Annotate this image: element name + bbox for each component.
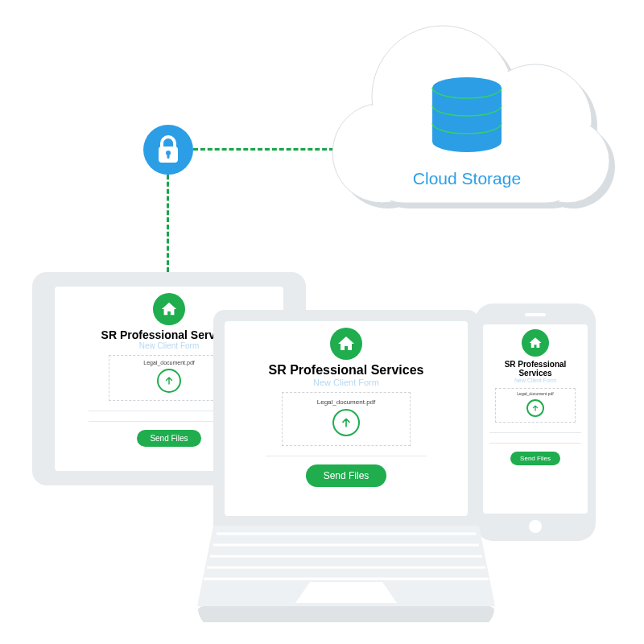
svg-point-17	[432, 131, 502, 152]
form-divider	[266, 456, 427, 456]
send-button[interactable]: Send Files	[137, 430, 200, 447]
upload-arrow-icon	[332, 409, 360, 436]
laptop-lid: SR Professional Services New Client Form…	[213, 310, 479, 527]
database-icon	[431, 76, 503, 153]
home-icon	[330, 328, 362, 360]
phone-screen: SR Professional Services New Client Form…	[483, 324, 588, 514]
svg-rect-22	[197, 606, 495, 622]
laptop-screen: SR Professional Services New Client Form…	[225, 321, 468, 516]
cloud-label: Cloud Storage	[306, 169, 628, 188]
svg-marker-28	[295, 582, 397, 603]
app-title: SR Professional Services	[269, 363, 424, 378]
send-button[interactable]: Send Files	[510, 452, 560, 465]
lock-badge	[143, 125, 193, 175]
form-divider	[489, 432, 581, 433]
home-icon	[522, 329, 549, 357]
app-subtitle: New Client Form	[514, 378, 556, 383]
home-icon	[153, 293, 185, 325]
upload-arrow-icon	[157, 369, 181, 393]
form-divider	[489, 443, 581, 444]
diagram-canvas: Cloud Storage SR Professional Services N…	[0, 0, 644, 644]
laptop-keyboard	[197, 526, 495, 625]
lock-icon	[156, 135, 180, 164]
phone-home-button[interactable]	[529, 520, 542, 533]
laptop-device: SR Professional Services New Client Form…	[197, 310, 495, 627]
connector-lock-to-devices	[167, 175, 169, 272]
cloud-storage: Cloud Storage	[306, 16, 628, 225]
app-subtitle: New Client Form	[139, 341, 199, 350]
send-button[interactable]: Send Files	[306, 464, 387, 487]
file-name: Legal_document.pdf	[143, 360, 194, 365]
file-name: Legal_document.pdf	[317, 398, 376, 406]
upload-arrow-icon	[526, 399, 544, 417]
app-subtitle: New Client Form	[313, 378, 379, 387]
svg-rect-20	[167, 153, 170, 159]
upload-dropzone[interactable]: Legal_document.pdf	[282, 392, 411, 446]
app-title: SR Professional Services	[489, 360, 581, 378]
phone-speaker	[525, 313, 546, 316]
file-name: Legal_document.pdf	[517, 391, 553, 396]
upload-dropzone[interactable]: Legal_document.pdf	[495, 388, 576, 423]
